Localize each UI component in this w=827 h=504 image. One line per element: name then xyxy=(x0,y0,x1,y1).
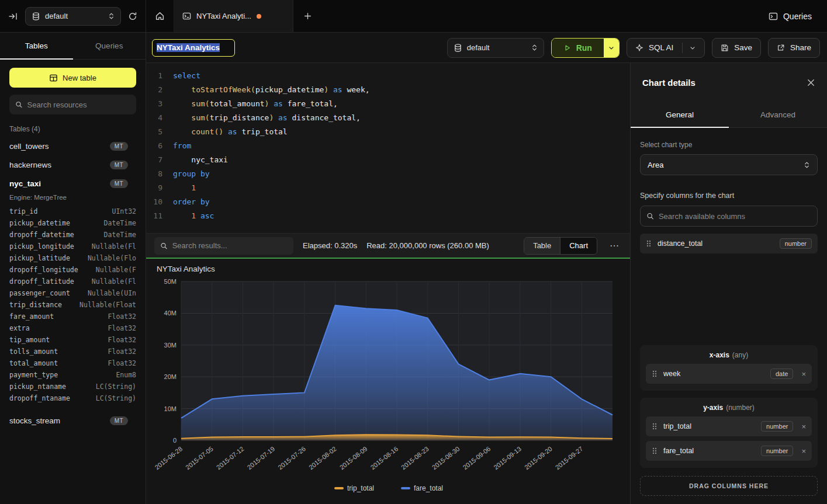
line-number: 2 xyxy=(146,83,173,97)
chart-type-select[interactable]: Area xyxy=(640,154,818,175)
console-icon xyxy=(182,12,191,20)
svg-text:2015-07-26: 2015-07-26 xyxy=(276,445,307,471)
new-tab-button[interactable] xyxy=(293,0,321,32)
code-line-10[interactable]: 10order by xyxy=(146,195,630,209)
code-text: group by xyxy=(173,167,210,181)
chip-type-badge: date xyxy=(770,369,793,379)
chart-details-header: Chart details xyxy=(631,63,827,102)
share-button[interactable]: Share xyxy=(768,38,820,58)
drag-handle-icon[interactable] xyxy=(652,369,658,378)
queries-button[interactable]: Queries xyxy=(762,0,827,32)
table-grid-icon xyxy=(49,74,58,82)
view-toggle-chart[interactable]: Chart xyxy=(560,238,597,254)
drag-handle-icon[interactable] xyxy=(652,446,658,456)
column-name: extra xyxy=(9,324,30,332)
drag-handle-icon[interactable] xyxy=(652,422,658,431)
chevron-up-down-icon xyxy=(531,43,538,52)
column-row-tolls_amount[interactable]: tolls_amountFloat32 xyxy=(0,346,146,357)
main-area: NYTaxi Analytics default Run xyxy=(146,33,827,504)
results-search[interactable] xyxy=(154,237,293,255)
save-button[interactable]: Save xyxy=(712,38,761,58)
column-chip-distance_total[interactable]: distance_totalnumber xyxy=(640,234,818,253)
column-row-trip_distance[interactable]: trip_distanceNullable(Float xyxy=(0,299,146,311)
table-row-stocks-stream[interactable]: stocks_stream MT xyxy=(0,411,146,430)
column-list: trip_idUInt32pickup_datetimeDateTimedrop… xyxy=(0,206,146,404)
code-line-6[interactable]: 6from xyxy=(146,139,630,153)
code-line-1[interactable]: 1select xyxy=(146,69,630,83)
run-button[interactable]: Run xyxy=(552,39,604,57)
column-search-input[interactable] xyxy=(659,212,811,221)
column-row-pickup_longitude[interactable]: pickup_longitudeNullable(Fl xyxy=(0,241,146,252)
database-selector[interactable]: default xyxy=(25,7,121,26)
code-line-5[interactable]: 5 count() as trip_total xyxy=(146,125,630,139)
area-chart[interactable]: 010M20M30M40M50M2015-06-282015-07-052015… xyxy=(154,276,622,496)
column-row-pickup_ntaname[interactable]: pickup_ntanameLC(String) xyxy=(0,381,146,392)
column-chip-fare_total[interactable]: fare_totalnumber× xyxy=(646,441,812,461)
query-database-selector[interactable]: default xyxy=(447,38,544,58)
new-table-button[interactable]: New table xyxy=(9,68,136,88)
column-row-payment_type[interactable]: payment_typeEnum8 xyxy=(0,369,146,381)
svg-text:2015-09-20: 2015-09-20 xyxy=(523,445,553,471)
resource-search[interactable] xyxy=(9,95,136,114)
column-search[interactable] xyxy=(640,206,818,227)
refresh-button[interactable] xyxy=(128,12,137,21)
column-row-pickup_latitude[interactable]: pickup_latitudeNullable(Flo xyxy=(0,252,146,264)
more-options-button[interactable]: ⋯ xyxy=(607,240,622,251)
table-row-hackernews[interactable]: hackernews MT xyxy=(0,155,146,174)
remove-column-icon[interactable]: × xyxy=(801,370,806,378)
code-text: 1 xyxy=(173,181,196,195)
column-row-dropoff_longitude[interactable]: dropoff_longitudeNullable(F xyxy=(0,264,146,276)
column-row-fare_amount[interactable]: fare_amountFloat32 xyxy=(0,311,146,322)
remove-column-icon[interactable]: × xyxy=(801,422,806,431)
query-title-input[interactable]: NYTaxi Analytics xyxy=(152,39,235,57)
code-line-4[interactable]: 4 sum(trip_distance) as distance_total, xyxy=(146,111,630,125)
run-options-button[interactable] xyxy=(604,39,619,57)
x-axis-header: x-axis(any) xyxy=(646,351,812,359)
resource-search-input[interactable] xyxy=(27,100,130,109)
column-row-tip_amount[interactable]: tip_amountFloat32 xyxy=(0,334,146,346)
column-row-pickup_datetime[interactable]: pickup_datetimeDateTime xyxy=(0,217,146,229)
results-search-input[interactable] xyxy=(172,241,288,250)
column-chip-trip_total[interactable]: trip_totalnumber× xyxy=(646,416,812,436)
column-row-dropoff_datetime[interactable]: dropoff_datetimeDateTime xyxy=(0,229,146,241)
chevron-down-icon xyxy=(689,44,696,51)
table-row-cell-towers[interactable]: cell_towers MT xyxy=(0,137,146,155)
more-options-icon: ⋯ xyxy=(610,241,619,251)
drag-handle-icon[interactable] xyxy=(646,239,652,248)
code-line-8[interactable]: 8group by xyxy=(146,167,630,181)
code-line-2[interactable]: 2 toStartOfWeek(pickup_datetime) as week… xyxy=(146,83,630,97)
line-number: 6 xyxy=(146,139,173,153)
column-row-extra[interactable]: extraFloat32 xyxy=(0,322,146,334)
close-panel-button[interactable] xyxy=(807,78,815,87)
collapse-sidebar-button[interactable] xyxy=(8,12,18,21)
column-type: Float32 xyxy=(108,336,136,344)
column-row-passenger_count[interactable]: passenger_countNullable(UIn xyxy=(0,287,146,299)
code-text: count() as trip_total xyxy=(173,125,288,139)
sidebar-tab-queries[interactable]: Queries xyxy=(73,33,146,59)
column-row-trip_id[interactable]: trip_idUInt32 xyxy=(0,206,146,217)
sidebar-tab-tables[interactable]: Tables xyxy=(0,33,73,59)
line-number: 3 xyxy=(146,97,173,111)
code-line-3[interactable]: 3 sum(total_amount) as fare_total, xyxy=(146,97,630,111)
sql-ai-button[interactable]: SQL AI xyxy=(627,38,705,58)
remove-column-icon[interactable]: × xyxy=(801,447,806,456)
x-axis-card: x-axis(any) weekdate× xyxy=(640,345,818,391)
home-button[interactable] xyxy=(146,0,174,32)
code-line-9[interactable]: 9 1 xyxy=(146,181,630,195)
view-toggle-table[interactable]: Table xyxy=(524,238,560,254)
code-text: select xyxy=(173,69,200,83)
top-bar-spacer xyxy=(321,0,762,32)
tab-advanced[interactable]: Advanced xyxy=(729,102,827,127)
column-chip-week[interactable]: weekdate× xyxy=(646,364,812,384)
code-line-11[interactable]: 11 1 asc xyxy=(146,209,630,223)
code-line-7[interactable]: 7 nyc_taxi xyxy=(146,153,630,167)
sql-editor[interactable]: 1select2 toStartOfWeek(pickup_datetime) … xyxy=(146,63,630,233)
column-name: trip_id xyxy=(9,207,37,215)
tab-general[interactable]: General xyxy=(631,102,729,127)
query-tab[interactable]: NYTaxi Analyti... xyxy=(174,0,293,32)
table-row-nyc-taxi[interactable]: nyc_taxi MT xyxy=(0,174,146,193)
drag-columns-dropzone[interactable]: DRAG COLUMNS HERE xyxy=(640,476,818,496)
column-row-total_amount[interactable]: total_amountFloat32 xyxy=(0,357,146,369)
column-row-dropoff_ntaname[interactable]: dropoff_ntanameLC(String) xyxy=(0,392,146,404)
column-row-dropoff_latitude[interactable]: dropoff_latitudeNullable(Fl xyxy=(0,276,146,287)
